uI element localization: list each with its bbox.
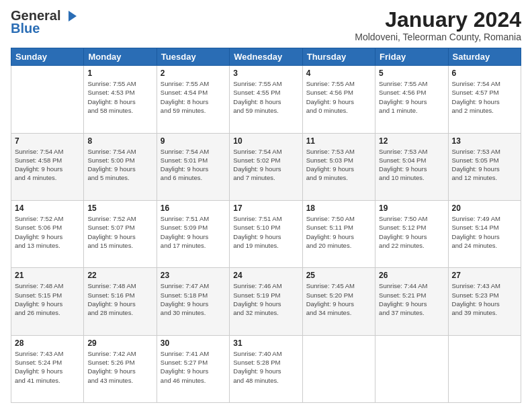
day-number: 6 <box>452 68 517 78</box>
day-info: Sunrise: 7:53 AM Sunset: 5:04 PM Dayligh… <box>379 147 444 183</box>
day-info: Sunrise: 7:45 AM Sunset: 5:20 PM Dayligh… <box>306 281 371 317</box>
day-number: 25 <box>306 271 371 280</box>
day-info: Sunrise: 7:51 AM Sunset: 5:09 PM Dayligh… <box>161 214 226 250</box>
day-number: 12 <box>379 136 444 146</box>
day-number: 22 <box>87 271 152 280</box>
table-row: 27Sunrise: 7:43 AM Sunset: 5:23 PM Dayli… <box>448 268 521 335</box>
logo: General Blue <box>11 8 77 36</box>
month-title: January 2024 <box>355 8 521 32</box>
table-row: 4Sunrise: 7:55 AM Sunset: 4:56 PM Daylig… <box>302 66 375 133</box>
header-monday: Monday <box>84 48 157 66</box>
table-row: 13Sunrise: 7:53 AM Sunset: 5:05 PM Dayli… <box>448 133 521 200</box>
day-info: Sunrise: 7:47 AM Sunset: 5:18 PM Dayligh… <box>161 281 226 317</box>
day-info: Sunrise: 7:43 AM Sunset: 5:24 PM Dayligh… <box>15 349 80 385</box>
day-number: 4 <box>306 68 371 78</box>
table-row: 28Sunrise: 7:43 AM Sunset: 5:24 PM Dayli… <box>11 335 84 402</box>
day-number: 11 <box>306 136 371 146</box>
header-friday: Friday <box>375 48 448 66</box>
table-row: 26Sunrise: 7:44 AM Sunset: 5:21 PM Dayli… <box>375 268 448 335</box>
day-number: 2 <box>161 68 226 78</box>
day-number: 23 <box>161 271 226 280</box>
header: General Blue January 2024 Moldoveni, Tel… <box>11 8 521 42</box>
day-info: Sunrise: 7:48 AM Sunset: 5:15 PM Dayligh… <box>15 281 80 317</box>
day-number: 16 <box>161 203 226 213</box>
table-row: 2Sunrise: 7:55 AM Sunset: 4:54 PM Daylig… <box>157 66 229 133</box>
table-row: 3Sunrise: 7:55 AM Sunset: 4:55 PM Daylig… <box>230 66 302 133</box>
table-row: 31Sunrise: 7:40 AM Sunset: 5:28 PM Dayli… <box>230 335 302 402</box>
calendar-week-row: 14Sunrise: 7:52 AM Sunset: 5:06 PM Dayli… <box>11 200 521 267</box>
table-row <box>375 335 448 402</box>
day-info: Sunrise: 7:55 AM Sunset: 4:53 PM Dayligh… <box>87 79 152 115</box>
svg-marker-0 <box>69 11 77 21</box>
day-info: Sunrise: 7:40 AM Sunset: 5:28 PM Dayligh… <box>233 349 298 385</box>
day-number: 31 <box>233 338 298 348</box>
header-tuesday: Tuesday <box>157 48 229 66</box>
day-info: Sunrise: 7:55 AM Sunset: 4:55 PM Dayligh… <box>233 79 298 115</box>
calendar-week-row: 7Sunrise: 7:54 AM Sunset: 4:58 PM Daylig… <box>11 133 521 200</box>
weekday-header-row: Sunday Monday Tuesday Wednesday Thursday… <box>11 48 521 66</box>
table-row: 25Sunrise: 7:45 AM Sunset: 5:20 PM Dayli… <box>302 268 375 335</box>
day-number: 1 <box>87 68 152 78</box>
day-number: 20 <box>452 203 517 213</box>
day-info: Sunrise: 7:54 AM Sunset: 4:57 PM Dayligh… <box>452 79 517 115</box>
day-number: 3 <box>233 68 298 78</box>
day-info: Sunrise: 7:55 AM Sunset: 4:54 PM Dayligh… <box>161 79 226 115</box>
day-info: Sunrise: 7:51 AM Sunset: 5:10 PM Dayligh… <box>233 214 298 250</box>
day-number: 27 <box>452 271 517 280</box>
day-info: Sunrise: 7:54 AM Sunset: 5:00 PM Dayligh… <box>87 147 152 183</box>
table-row: 29Sunrise: 7:42 AM Sunset: 5:26 PM Dayli… <box>84 335 157 402</box>
day-number: 19 <box>379 203 444 213</box>
table-row: 22Sunrise: 7:48 AM Sunset: 5:16 PM Dayli… <box>84 268 157 335</box>
day-info: Sunrise: 7:54 AM Sunset: 4:58 PM Dayligh… <box>15 147 80 183</box>
calendar-table: Sunday Monday Tuesday Wednesday Thursday… <box>11 48 521 403</box>
table-row: 7Sunrise: 7:54 AM Sunset: 4:58 PM Daylig… <box>11 133 84 200</box>
table-row: 12Sunrise: 7:53 AM Sunset: 5:04 PM Dayli… <box>375 133 448 200</box>
day-info: Sunrise: 7:42 AM Sunset: 5:26 PM Dayligh… <box>87 349 152 385</box>
day-info: Sunrise: 7:53 AM Sunset: 5:05 PM Dayligh… <box>452 147 517 183</box>
calendar-week-row: 1Sunrise: 7:55 AM Sunset: 4:53 PM Daylig… <box>11 66 521 133</box>
table-row: 24Sunrise: 7:46 AM Sunset: 5:19 PM Dayli… <box>230 268 302 335</box>
day-info: Sunrise: 7:43 AM Sunset: 5:23 PM Dayligh… <box>452 281 517 317</box>
table-row: 30Sunrise: 7:41 AM Sunset: 5:27 PM Dayli… <box>157 335 229 402</box>
day-number: 13 <box>452 136 517 146</box>
day-number: 21 <box>15 271 80 280</box>
table-row: 10Sunrise: 7:54 AM Sunset: 5:02 PM Dayli… <box>230 133 302 200</box>
table-row: 1Sunrise: 7:55 AM Sunset: 4:53 PM Daylig… <box>84 66 157 133</box>
day-info: Sunrise: 7:49 AM Sunset: 5:14 PM Dayligh… <box>452 214 517 250</box>
table-row: 21Sunrise: 7:48 AM Sunset: 5:15 PM Dayli… <box>11 268 84 335</box>
day-number: 26 <box>379 271 444 280</box>
table-row: 18Sunrise: 7:50 AM Sunset: 5:11 PM Dayli… <box>302 200 375 267</box>
day-number: 5 <box>379 68 444 78</box>
day-number: 17 <box>233 203 298 213</box>
table-row <box>302 335 375 402</box>
table-row <box>448 335 521 402</box>
day-info: Sunrise: 7:54 AM Sunset: 5:02 PM Dayligh… <box>233 147 298 183</box>
day-info: Sunrise: 7:50 AM Sunset: 5:11 PM Dayligh… <box>306 214 371 250</box>
calendar-week-row: 21Sunrise: 7:48 AM Sunset: 5:15 PM Dayli… <box>11 268 521 335</box>
table-row <box>11 66 84 133</box>
header-wednesday: Wednesday <box>230 48 302 66</box>
day-info: Sunrise: 7:50 AM Sunset: 5:12 PM Dayligh… <box>379 214 444 250</box>
day-info: Sunrise: 7:46 AM Sunset: 5:19 PM Dayligh… <box>233 281 298 317</box>
day-info: Sunrise: 7:55 AM Sunset: 4:56 PM Dayligh… <box>379 79 444 115</box>
table-row: 17Sunrise: 7:51 AM Sunset: 5:10 PM Dayli… <box>230 200 302 267</box>
title-area: January 2024 Moldoveni, Teleorman County… <box>355 8 521 42</box>
header-sunday: Sunday <box>11 48 84 66</box>
day-number: 24 <box>233 271 298 280</box>
page: General Blue January 2024 Moldoveni, Tel… <box>0 0 532 411</box>
day-number: 18 <box>306 203 371 213</box>
day-number: 14 <box>15 203 80 213</box>
table-row: 11Sunrise: 7:53 AM Sunset: 5:03 PM Dayli… <box>302 133 375 200</box>
day-info: Sunrise: 7:41 AM Sunset: 5:27 PM Dayligh… <box>161 349 226 385</box>
table-row: 8Sunrise: 7:54 AM Sunset: 5:00 PM Daylig… <box>84 133 157 200</box>
calendar-week-row: 28Sunrise: 7:43 AM Sunset: 5:24 PM Dayli… <box>11 335 521 402</box>
table-row: 6Sunrise: 7:54 AM Sunset: 4:57 PM Daylig… <box>448 66 521 133</box>
day-info: Sunrise: 7:52 AM Sunset: 5:07 PM Dayligh… <box>87 214 152 250</box>
day-number: 30 <box>161 338 226 348</box>
location: Moldoveni, Teleorman County, Romania <box>355 32 521 42</box>
table-row: 19Sunrise: 7:50 AM Sunset: 5:12 PM Dayli… <box>375 200 448 267</box>
table-row: 20Sunrise: 7:49 AM Sunset: 5:14 PM Dayli… <box>448 200 521 267</box>
table-row: 15Sunrise: 7:52 AM Sunset: 5:07 PM Dayli… <box>84 200 157 267</box>
day-info: Sunrise: 7:53 AM Sunset: 5:03 PM Dayligh… <box>306 147 371 183</box>
day-number: 7 <box>15 136 80 146</box>
